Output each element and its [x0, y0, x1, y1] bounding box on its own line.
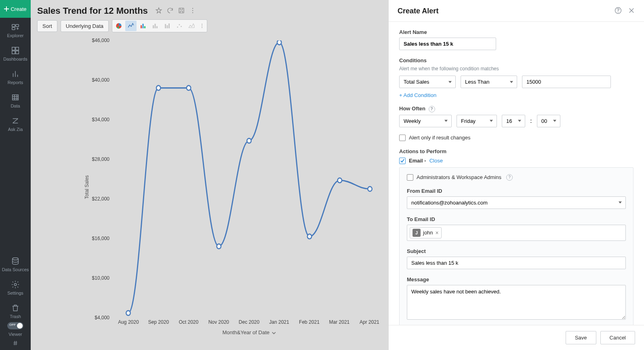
add-condition-button[interactable]: + Add Condition	[399, 92, 436, 98]
reports-icon	[11, 70, 20, 78]
sidebar-item-explorer[interactable]: Explorer	[0, 18, 31, 41]
svg-point-8	[13, 258, 19, 260]
hash-icon[interactable]	[0, 340, 31, 350]
panel-title: Create Alert	[398, 7, 438, 15]
only-if-changes-checkbox[interactable]	[399, 135, 406, 141]
condition-field-select[interactable]: Total Sales	[399, 76, 456, 88]
cancel-button[interactable]: Cancel	[600, 331, 635, 344]
condition-operator-select[interactable]: Less Than	[461, 76, 517, 88]
to-email-input[interactable]: J john ×	[407, 225, 626, 241]
explorer-icon	[11, 23, 20, 32]
help-icon[interactable]	[614, 6, 622, 16]
sidebar-item-label: Settings	[0, 291, 31, 295]
underlying-data-button[interactable]: Underlying Data	[61, 20, 109, 32]
help-icon[interactable]: ?	[429, 106, 435, 112]
create-label: Create	[11, 6, 26, 12]
svg-rect-0	[12, 25, 15, 27]
email-close-link[interactable]: Close	[429, 158, 443, 164]
svg-rect-10	[179, 8, 184, 13]
sidebar-item-reports[interactable]: Reports	[0, 65, 31, 88]
svg-rect-18	[155, 24, 156, 28]
save-view-icon[interactable]	[178, 7, 185, 15]
alert-name-label: Alert Name	[399, 29, 633, 35]
gear-icon	[11, 280, 20, 289]
chart-plot[interactable]	[114, 40, 385, 318]
email-checkbox[interactable]	[399, 158, 406, 164]
sidebar-item-askzia[interactable]: Ask Zia	[0, 112, 31, 135]
more-icon[interactable]	[189, 7, 196, 15]
pie-chart-icon[interactable]	[113, 21, 124, 31]
frequency-select[interactable]: Weekly	[399, 115, 452, 127]
chart-canvas: Sales Trend for 12 Months Sort Underlyin…	[31, 0, 389, 350]
svg-rect-16	[144, 26, 145, 28]
sidebar-item-label: Data	[0, 103, 31, 108]
sidebar-item-data[interactable]: Data	[0, 88, 31, 112]
sources-icon	[11, 257, 20, 266]
sort-button[interactable]: Sort	[37, 20, 57, 32]
dashboards-icon	[11, 46, 20, 55]
chart-more-icon[interactable]	[198, 22, 206, 30]
time-colon: :	[530, 118, 532, 124]
zia-icon	[11, 116, 20, 125]
how-often-label: How Often ?	[399, 105, 633, 112]
area-chart-icon	[186, 21, 197, 31]
sidebar-item-datasources[interactable]: Data Sources	[0, 252, 31, 275]
condition-value-input[interactable]	[522, 76, 611, 88]
admins-label: Administrators & Workspace Admins	[417, 174, 501, 180]
sidebar-item-label: Trash	[0, 314, 31, 319]
day-select[interactable]: Friday	[457, 115, 497, 127]
svg-point-23	[177, 27, 178, 28]
x-axis-ticks: Aug 2020 Sep 2020 Oct 2020 Nov 2020 Dec …	[114, 318, 385, 334]
sidebar-item-dashboards[interactable]: Dashboards	[0, 41, 31, 65]
viewer-toggle[interactable]	[7, 322, 23, 329]
scatter-chart-icon	[174, 21, 185, 31]
sidebar-item-trash[interactable]: Trash	[0, 299, 31, 322]
only-if-changes-label: Alert only if result changes	[409, 135, 470, 141]
minute-select[interactable]: 00	[537, 115, 560, 127]
favorite-icon[interactable]	[155, 7, 162, 15]
svg-rect-3	[12, 47, 15, 50]
svg-point-29	[126, 311, 130, 316]
svg-rect-21	[167, 25, 168, 29]
actions-label: Actions to Perform	[399, 148, 633, 154]
svg-rect-22	[168, 23, 170, 28]
sidebar-item-label: Explorer	[0, 33, 31, 38]
chart-type-group	[112, 19, 207, 32]
svg-point-34	[277, 40, 282, 45]
help-icon[interactable]: ?	[506, 174, 513, 181]
svg-point-25	[181, 26, 182, 27]
close-icon[interactable]	[628, 7, 635, 15]
chip-remove-icon[interactable]: ×	[436, 230, 439, 236]
svg-rect-1	[16, 25, 19, 27]
plus-icon	[4, 6, 9, 11]
y-axis-ticks: $46,000 $40,000 $34,000 $28,000 $22,000 …	[85, 40, 109, 318]
svg-point-12	[192, 10, 193, 11]
message-textarea[interactable]: Weekly sales have not been achieved.	[407, 285, 626, 320]
from-email-select[interactable]: notifications@zohoanalytics.com	[407, 196, 626, 209]
svg-point-9	[14, 283, 17, 286]
sidebar-item-settings[interactable]: Settings	[0, 275, 31, 299]
sidebar-item-label: Ask Zia	[0, 127, 31, 132]
alert-name-input[interactable]	[399, 38, 496, 50]
svg-rect-4	[16, 47, 19, 50]
avatar: J	[412, 229, 421, 237]
svg-point-35	[307, 234, 312, 239]
from-email-label: From Email ID	[407, 188, 626, 194]
svg-rect-17	[153, 25, 154, 29]
hour-select[interactable]: 16	[502, 115, 525, 127]
bar-chart-2-icon	[149, 21, 161, 31]
subject-input[interactable]	[407, 257, 626, 269]
save-button[interactable]: Save	[566, 331, 596, 344]
svg-rect-14	[141, 25, 142, 29]
svg-rect-5	[12, 51, 15, 54]
admins-checkbox[interactable]	[407, 174, 413, 181]
svg-point-30	[156, 86, 161, 91]
svg-rect-2	[12, 27, 15, 30]
svg-rect-6	[16, 51, 19, 54]
line-chart-icon[interactable]	[125, 21, 137, 31]
create-button[interactable]: Create	[0, 0, 31, 18]
bar-chart-icon[interactable]	[137, 21, 149, 31]
refresh-icon[interactable]	[166, 7, 174, 15]
svg-point-39	[618, 12, 619, 13]
x-axis-label[interactable]: Month&Year of Date	[222, 329, 276, 335]
